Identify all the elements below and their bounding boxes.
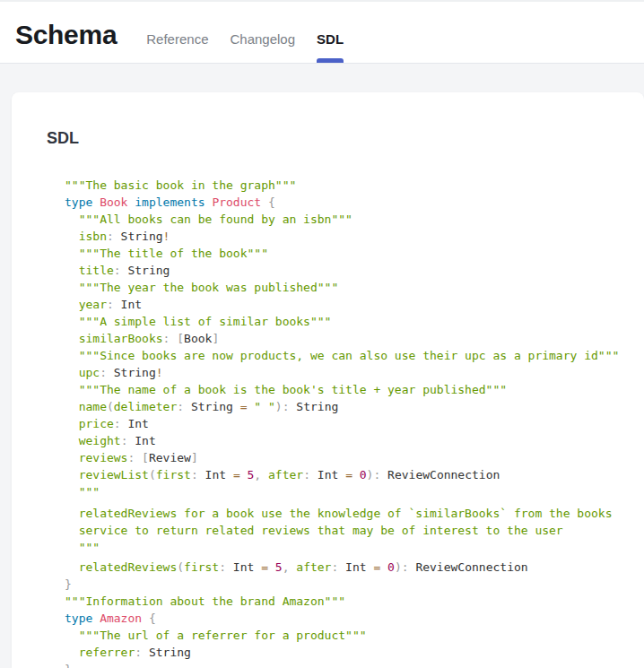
active-tab-indicator [317,58,344,63]
code-token: price [79,417,114,430]
code-token [135,451,142,464]
code-line: """The title of the book""" [65,245,644,262]
code-token: String [290,400,339,413]
code-line: """Since books are now products, we can … [65,347,644,364]
code-token: """ [79,541,100,554]
code-line: similarBooks: [Book] [65,330,644,347]
tab-sdl[interactable]: SDL [317,2,344,63]
code-token [65,247,79,260]
code-token: Int [310,468,345,481]
tab-label: SDL [317,31,344,47]
code-line: weight: Int [65,432,644,449]
code-token [261,468,268,481]
code-token: = [233,468,240,481]
code-line: type Book implements Product { [65,194,644,211]
code-line: """The name of a book is the book's titl… [65,381,644,398]
code-line: relatedReviews(first: Int = 5, after: In… [65,559,644,576]
code-token: : [191,468,198,481]
code-line: """ [65,483,644,500]
code-token: = [345,468,352,481]
code-token: title [79,264,114,277]
code-token [268,560,275,574]
code-token: Int [226,560,261,574]
code-token: Book [100,195,127,209]
code-line: price: Int [65,415,644,432]
code-token: weight [79,434,121,447]
code-token: : [135,646,142,659]
code-line: title: String [65,262,644,279]
code-token: service to return related reviews that m… [79,524,563,537]
code-token: """The year the book was published""" [79,281,339,294]
code-token [65,629,79,642]
code-token: : [177,400,184,413]
code-line: } [65,576,644,593]
code-token [65,315,79,328]
code-token: String [114,230,163,243]
code-token: ] [212,332,219,345]
code-token: Int [114,298,142,311]
code-token: """ [79,485,100,499]
tab-label: Reference [146,31,208,47]
code-token: Book [184,332,212,345]
code-token: : [107,298,114,311]
code-token: Int [198,468,233,481]
code-token: String [142,646,191,659]
code-token [65,524,79,537]
code-token: [ [177,332,184,345]
code-token: Int [121,417,149,430]
code-token [65,400,79,413]
code-token: Int [338,560,373,574]
code-token: """Since books are now products, we can … [79,349,620,362]
code-token [65,383,79,396]
code-token [65,230,79,243]
code-token: ( [107,400,114,413]
code-token: = [240,400,248,413]
code-token: = [261,560,268,574]
code-line: """The basic book in the graph""" [65,177,644,194]
code-token [65,646,79,659]
code-token: } [65,663,72,668]
code-token [65,468,79,481]
code-line: reviewList(first: Int = 5, after: Int = … [65,466,644,483]
code-token [65,507,79,520]
sdl-code-block: """The basic book in the graph"""type Bo… [65,177,644,668]
code-token: similarBooks [79,332,163,345]
code-token: after [268,468,303,481]
code-token: : [100,366,107,379]
code-token: { [268,195,275,209]
code-token: " " [254,400,274,413]
code-token: type [65,195,92,209]
code-token [65,281,79,294]
code-token: ( [177,560,184,574]
header-tabs: ReferenceChangelogSDL [146,2,344,63]
code-token: Product [212,195,261,209]
schema-page-header: Schema ReferenceChangelogSDL [0,0,644,64]
tab-reference[interactable]: Reference [146,2,208,63]
code-token: after [296,560,331,574]
code-token: : [107,230,114,243]
code-token [261,195,268,209]
code-token: : [303,468,310,481]
code-token: ): [395,560,409,574]
code-line: isbn: String! [65,228,644,245]
code-token: """The name of a book is the book's titl… [79,383,507,396]
code-line: upc: String! [65,364,644,381]
code-line: """Information about the brand Amazon""" [65,593,644,610]
code-token: String [121,264,170,277]
code-line: """All books can be found by an isbn""" [65,211,644,228]
code-token: referrer [79,646,135,659]
code-token: implements [135,195,205,209]
code-token: 0 [387,560,395,574]
code-token [142,612,149,625]
code-line: service to return related reviews that m… [65,522,644,539]
code-token: ! [156,366,163,379]
tab-changelog[interactable]: Changelog [230,2,295,63]
code-token [352,468,360,481]
code-token [65,349,79,362]
code-token: """A simple list of similar books""" [79,315,332,328]
code-token: Review [149,451,191,464]
code-token [65,451,79,464]
code-token: : [219,560,226,574]
code-token: : [114,417,121,430]
code-token: 5 [275,560,283,574]
